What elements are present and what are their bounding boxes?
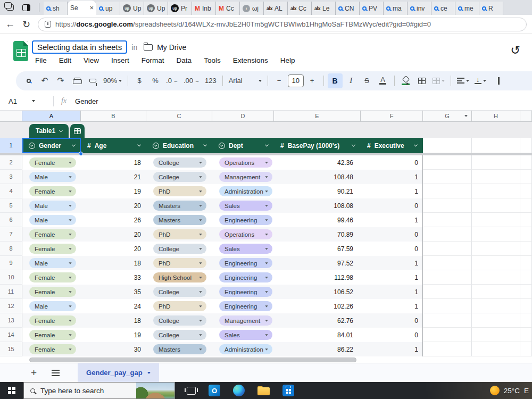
cell-number[interactable]: 102.26 [274,299,361,313]
cell-gender[interactable]: Female [22,242,81,256]
empty-cell[interactable] [423,285,472,299]
empty-cell[interactable] [472,328,520,342]
empty-cell[interactable] [472,270,520,285]
strikethrough-button[interactable]: S [360,73,375,88]
empty-cell[interactable] [520,328,532,342]
currency-format-button[interactable]: $ [132,73,147,88]
split-view-icon[interactable] [22,4,30,11]
chip-gender[interactable]: Female [29,315,76,326]
cell-dept[interactable]: Management [212,170,274,184]
cell-number[interactable]: 97.52 [274,256,361,270]
menu-file[interactable]: File [35,56,47,64]
cell-dept[interactable]: Management [212,313,274,328]
chip-gender[interactable]: Male [29,201,76,211]
cell-education[interactable]: Masters [146,213,212,227]
browser-tab-pr[interactable]: upPr [168,2,192,15]
cell-education[interactable]: PhD [146,299,212,313]
chevron-down-icon[interactable] [199,190,202,193]
cell-dept[interactable]: Engineering [212,256,274,270]
chip-dept[interactable]: Management [219,315,272,326]
empty-cell[interactable] [472,198,520,213]
empty-cell[interactable] [520,170,532,184]
browser-tab-up[interactable]: upUp [120,2,144,15]
empty-cell[interactable] [520,227,532,242]
chip-dept[interactable]: Sales [219,330,272,340]
chip-dept[interactable]: Sales [219,244,272,254]
menu-data[interactable]: Data [177,56,192,64]
undo-button[interactable]: ↶ [37,73,52,88]
cell-number[interactable]: 20 [81,242,146,256]
column-menu-chevron-icon[interactable] [265,143,269,147]
row-header-9[interactable]: 9 [0,256,22,270]
chevron-down-icon[interactable] [265,190,268,193]
cell-education[interactable]: PhD [146,256,212,270]
empty-cell[interactable] [472,242,520,256]
font-select[interactable]: Arial [227,73,264,88]
formula-input[interactable]: Gender [75,97,98,105]
column-header-B[interactable]: B [81,111,146,122]
cell-number[interactable]: 112.98 [274,270,361,285]
empty-cell[interactable] [520,270,532,285]
paint-format-button[interactable] [85,73,100,88]
select-all-corner[interactable] [0,111,22,122]
cell-number[interactable]: 99.46 [274,213,361,227]
empty-cell[interactable] [520,285,532,299]
increase-font-size-button[interactable]: + [305,73,320,88]
browser-tab-sh[interactable]: sh [44,2,68,15]
empty-cell[interactable] [520,313,532,328]
empty-cell[interactable] [423,138,472,153]
cell-gender[interactable]: Male [22,213,81,227]
chevron-down-icon[interactable] [69,291,71,293]
chevron-down-icon[interactable] [69,219,71,221]
row-header-5[interactable]: 5 [0,198,22,213]
column-menu-chevron-icon[interactable] [137,143,141,147]
text-color-button[interactable]: A [376,73,390,88]
browser-tab-up[interactable]: up [96,2,120,15]
cell-number[interactable]: 30 [81,342,146,356]
chip-gender[interactable]: Female [29,229,76,239]
empty-cell[interactable] [472,256,520,270]
column-header-E[interactable]: E [274,111,361,122]
cell-number[interactable]: 1 [361,285,423,299]
cell-gender[interactable]: Female [22,270,81,285]
browser-tab-me[interactable]: me [455,2,479,15]
row-header-7[interactable]: 7 [0,227,22,242]
more-formats-button[interactable]: 123 [203,73,219,88]
empty-cell[interactable] [423,242,472,256]
menu-format[interactable]: Format [142,56,164,64]
cell-dept[interactable]: Engineering [212,213,274,227]
chevron-down-icon[interactable] [199,348,202,351]
cell-number[interactable]: 19 [81,184,146,198]
row-header-3[interactable]: 3 [0,170,22,184]
chevron-down-icon[interactable] [199,248,202,250]
empty-cell[interactable] [472,155,520,170]
chevron-down-icon[interactable] [69,305,71,307]
empty-cell[interactable] [472,138,520,153]
cell-number[interactable]: 1 [361,256,423,270]
cell-number[interactable]: 108.48 [274,170,361,184]
merge-cells-button[interactable] [430,73,447,88]
empty-cell[interactable] [472,299,520,313]
row-header-15[interactable]: 15 [0,342,22,356]
cell-number[interactable]: 1 [361,342,423,356]
cell-dept[interactable]: Engineering [212,285,274,299]
empty-cell[interactable] [472,227,520,242]
file-explorer-icon[interactable] [257,386,270,395]
cell-number[interactable]: 84.01 [274,328,361,342]
cell-number[interactable]: 1 [361,184,423,198]
sheets-logo-icon[interactable] [13,41,28,61]
empty-cell[interactable] [423,227,472,242]
column-menu-chevron-icon[interactable] [203,143,207,147]
browser-tab-ωj[interactable]: iωj [240,2,264,15]
row-header-2[interactable]: 2 [0,155,22,170]
table-header-education[interactable]: Education [146,138,212,153]
chevron-down-icon[interactable] [199,320,202,322]
chevron-down-icon[interactable] [265,234,268,236]
chevron-down-icon[interactable] [265,219,268,221]
row-header-12[interactable]: 12 [0,299,22,313]
cell-number[interactable]: 20 [81,198,146,213]
sheet-tab-active[interactable]: Gender_pay_gap [78,363,159,382]
chip-education[interactable]: College [153,315,206,326]
empty-cell[interactable] [520,342,532,356]
chevron-down-icon[interactable] [69,234,71,236]
